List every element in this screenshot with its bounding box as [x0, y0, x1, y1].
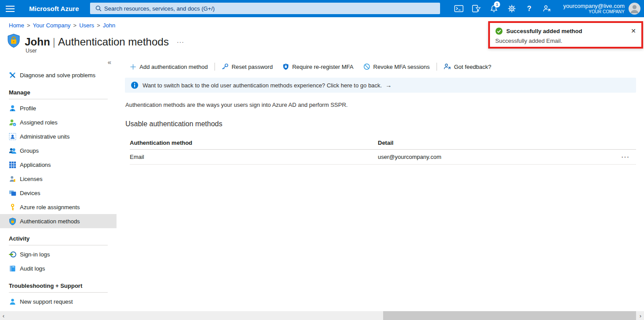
table-header-row: Authentication method Detail: [130, 136, 636, 150]
sidebar-item-label: Administrative units: [20, 133, 70, 140]
banner-text[interactable]: Want to switch back to the old user auth…: [143, 82, 382, 89]
sidebar-item-label: Profile: [20, 105, 36, 112]
sidebar-item-licenses[interactable]: Licenses: [0, 172, 117, 186]
sidebar-item-sign-in-logs[interactable]: Sign-in logs: [0, 247, 117, 261]
sidebar-item-label: Sign-in logs: [20, 251, 50, 258]
account-email: yourcompany@live.com: [563, 3, 625, 9]
table-row[interactable]: Email user@yourcompany.com ···: [130, 150, 636, 165]
arrow-right-icon: →: [385, 82, 392, 89]
red-annotation-box: Successfully added method Successfully a…: [488, 21, 643, 49]
notification-count-badge: 1: [494, 1, 500, 8]
divider: [9, 292, 108, 293]
sidebar-section-troubleshooting-support: Troubleshooting + Support: [0, 280, 117, 291]
column-header-detail: Detail: [378, 139, 636, 146]
shield-lock-icon: [9, 218, 16, 225]
sidebar-item-new-support-request[interactable]: New support request: [0, 294, 117, 309]
sidebar-item-label: Licenses: [20, 176, 42, 182]
devices-icon: [9, 189, 16, 197]
sidebar-item-label: Authentication methods: [20, 218, 80, 225]
add-authentication-method-button[interactable]: Add authentication method: [125, 60, 213, 73]
account-menu[interactable]: yourcompany@live.com YOUR COMPANY: [563, 0, 625, 17]
book-icon: [9, 265, 16, 272]
got-feedback-button[interactable]: Got feedback?: [439, 60, 497, 73]
search-input[interactable]: [104, 5, 437, 12]
sidebar-item-diagnose-and-solve-problems[interactable]: Diagnose and solve problems: [0, 68, 117, 82]
breadcrumb-your-company[interactable]: Your Company: [33, 22, 71, 29]
sidebar-item-profile[interactable]: Profile: [0, 101, 117, 115]
divider: [9, 245, 108, 245]
sidebar-item-label: New support request: [20, 298, 73, 305]
row-more-options-icon[interactable]: ···: [621, 154, 630, 160]
block-icon: [363, 63, 370, 70]
sidebar-item-azure-role-assignments[interactable]: Azure role assignments: [0, 200, 117, 214]
sidebar-item-audit-logs[interactable]: Audit logs: [0, 261, 117, 275]
horizontal-scrollbar[interactable]: ‹ ›: [0, 311, 644, 320]
account-directory: YOUR COMPANY: [589, 9, 625, 15]
admin-units-icon: [9, 133, 16, 140]
support-person-icon: [9, 298, 16, 305]
sidebar-collapse-icon[interactable]: «: [108, 58, 111, 66]
license-icon: [9, 175, 16, 183]
cloud-shell-icon[interactable]: [450, 0, 467, 17]
sidebar-item-label: Devices: [20, 190, 40, 196]
sidebar-item-label: Assigned roles: [20, 119, 57, 126]
sidebar-item-label: Audit logs: [20, 265, 45, 272]
usable-methods-heading: Usable authentication methods: [125, 120, 222, 128]
person-role-icon: [9, 119, 16, 126]
breadcrumb-home[interactable]: Home: [9, 22, 24, 29]
divider: [437, 63, 437, 71]
reset-password-button[interactable]: Reset password: [217, 60, 278, 73]
sidebar-item-administrative-units[interactable]: Administrative units: [0, 129, 117, 143]
breadcrumb-john[interactable]: John: [103, 22, 115, 29]
scroll-right-icon[interactable]: ›: [637, 311, 644, 320]
global-search[interactable]: [90, 3, 440, 14]
azure-brand[interactable]: Microsoft Azure: [29, 5, 79, 12]
divider: [215, 63, 215, 71]
scroll-left-icon[interactable]: ‹: [0, 311, 7, 320]
sidebar-item-applications[interactable]: Applications: [0, 158, 117, 172]
toast-message: Successfully added Email.: [495, 38, 636, 44]
feedback-icon[interactable]: [538, 0, 556, 17]
key-icon: [9, 203, 16, 211]
feedback-person-icon: [444, 63, 451, 70]
toast-close-icon[interactable]: ✕: [631, 27, 636, 34]
breadcrumb: Home > Your Company > Users > John: [9, 22, 115, 29]
groups-icon: [9, 147, 16, 154]
require-reregister-mfa-button[interactable]: Require re-register MFA: [278, 60, 358, 73]
breadcrumb-users[interactable]: Users: [79, 22, 94, 29]
sidebar-item-authentication-methods[interactable]: Authentication methods: [0, 214, 117, 228]
sidebar-item-devices[interactable]: Devices: [0, 186, 117, 200]
info-banner[interactable]: Want to switch back to the old user auth…: [125, 78, 636, 93]
sidebar-item-assigned-roles[interactable]: Assigned roles: [0, 115, 117, 129]
page-title: John|Authentication methods: [25, 36, 169, 48]
sidebar-section-manage: Manage: [0, 87, 117, 98]
avatar[interactable]: [629, 3, 640, 15]
sidebar-item-label: Diagnose and solve problems: [20, 72, 95, 79]
mfa-shield-icon: [282, 63, 289, 70]
shield-lock-icon: [7, 34, 20, 50]
help-icon[interactable]: ?: [520, 0, 538, 17]
sidebar-section-activity: Activity: [0, 233, 117, 244]
sidebar-item-label: Applications: [20, 162, 51, 168]
success-check-icon: [495, 27, 503, 35]
page-subtitle: User: [26, 48, 37, 54]
divider: [9, 99, 108, 99]
info-icon: [131, 82, 138, 89]
command-bar: Add authentication method Reset password…: [125, 60, 496, 73]
plus-icon: [130, 64, 136, 70]
authentication-methods-table: Authentication method Detail Email user@…: [130, 136, 636, 165]
page-description: Authentication methods are the ways your…: [125, 102, 348, 108]
hamburger-menu-icon[interactable]: [0, 0, 20, 17]
scrollbar-thumb[interactable]: [383, 311, 636, 320]
directory-filter-icon[interactable]: [467, 0, 485, 17]
page-more-options-icon[interactable]: ···: [177, 38, 184, 45]
revoke-mfa-sessions-button[interactable]: Revoke MFA sessions: [358, 60, 435, 73]
sidebar: « Diagnose and solve problems Manage Pro…: [0, 58, 117, 309]
sidebar-item-label: Groups: [20, 147, 39, 154]
settings-gear-icon[interactable]: [503, 0, 520, 17]
notifications-bell-icon[interactable]: 1: [485, 0, 503, 17]
key-reset-icon: [222, 63, 229, 70]
sidebar-item-groups[interactable]: Groups: [0, 143, 117, 158]
success-toast: Successfully added method Successfully a…: [490, 23, 641, 47]
sign-in-icon: [9, 251, 16, 258]
